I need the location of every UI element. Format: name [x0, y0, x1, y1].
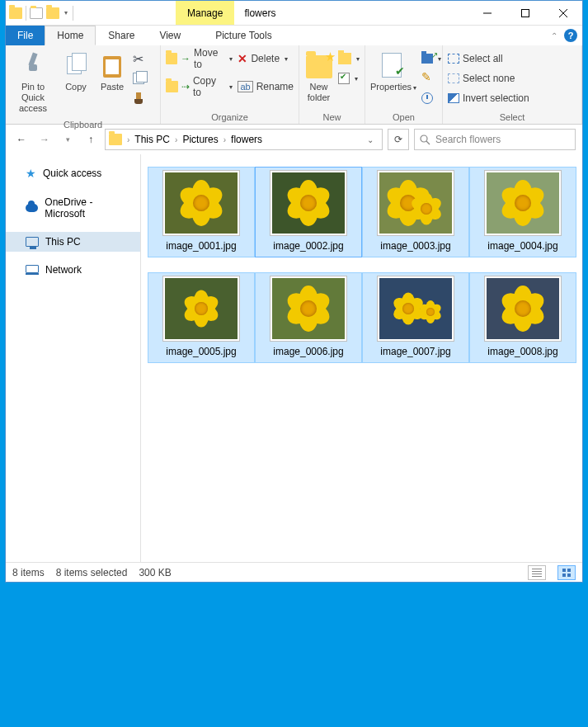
icons-view-button[interactable] [557, 565, 576, 580]
group-open: Properties▾ ↗▾ Open [365, 45, 443, 124]
copy-path-icon [133, 73, 144, 84]
chevron-right-icon[interactable]: › [127, 135, 129, 144]
file-item[interactable]: image_0001.jpg [148, 167, 255, 257]
close-button[interactable] [544, 1, 582, 25]
rename-icon: ab [238, 81, 252, 92]
invert-selection-icon [448, 93, 459, 103]
maximize-button[interactable] [506, 1, 544, 25]
sidebar-item-onedrive[interactable]: OneDrive - Microsoft [6, 192, 140, 224]
details-view-icon [532, 569, 542, 577]
forward-button[interactable]: → [35, 130, 54, 149]
new-folder-label: New folder [304, 82, 333, 103]
ribbon: Pin to Quick access Copy Paste ✂ Clipboa… [6, 45, 582, 125]
chevron-right-icon[interactable]: › [223, 135, 226, 144]
tab-share[interactable]: Share [96, 26, 147, 45]
chevron-right-icon[interactable]: › [175, 135, 177, 144]
help-icon[interactable]: ? [564, 29, 577, 42]
minimize-button[interactable] [468, 1, 506, 25]
new-folder-button[interactable]: New folder [304, 49, 333, 103]
easy-access-button[interactable]: ▾ [338, 70, 360, 87]
window-title: flowers [234, 1, 285, 25]
group-open-label: Open [365, 111, 442, 124]
breadcrumb-thispc[interactable]: This PC [134, 134, 170, 145]
file-name: image_0006.jpg [273, 346, 343, 357]
files-view[interactable]: image_0001.jpg image_0002.jpg image_0003… [141, 154, 582, 562]
search-icon [420, 135, 430, 145]
breadcrumb-flowers[interactable]: flowers [231, 134, 262, 145]
properties-button[interactable]: Properties▾ [370, 49, 416, 92]
sidebar-item-network[interactable]: Network [6, 260, 140, 280]
file-item[interactable]: image_0007.jpg [362, 272, 469, 363]
network-icon [26, 265, 39, 275]
scissors-icon: ✂ [133, 51, 143, 67]
navigation-pane: ★ Quick access OneDrive - Microsoft This… [6, 154, 141, 562]
search-box[interactable]: Search flowers [414, 129, 576, 150]
qat-props-icon[interactable] [30, 7, 43, 19]
group-clipboard: Pin to Quick access Copy Paste ✂ Clipboa… [6, 45, 161, 124]
invert-selection-button[interactable]: Invert selection [448, 90, 529, 106]
address-dropdown[interactable]: ⌄ [362, 135, 379, 144]
sidebar-item-thispc[interactable]: This PC [6, 232, 140, 252]
select-all-label: Select all [463, 53, 503, 64]
details-view-button[interactable] [528, 565, 546, 580]
explorer-window: ▾ Manage flowers File Home Share View Pi… [5, 0, 583, 583]
open-button[interactable]: ↗▾ [421, 50, 441, 67]
rename-button[interactable]: ab Rename [238, 78, 294, 95]
move-to-button[interactable]: → Move to▾ [166, 50, 233, 67]
file-name: image_0004.jpg [487, 240, 557, 252]
sidebar-item-quick-access[interactable]: ★ Quick access [6, 163, 140, 184]
contextual-tab-header: Manage [176, 1, 234, 25]
history-button[interactable] [421, 90, 441, 106]
back-button[interactable]: ← [12, 130, 31, 149]
address-folder-icon [109, 134, 122, 145]
thumbnail [378, 276, 454, 341]
select-none-icon [448, 73, 459, 83]
quick-access-toolbar: ▾ [6, 1, 77, 25]
app-icon[interactable] [9, 7, 22, 19]
status-item-count: 8 items [12, 567, 45, 578]
delete-button[interactable]: ✕ Delete▾ [238, 50, 294, 67]
tab-view[interactable]: View [147, 26, 193, 45]
qat-customize-dropdown[interactable]: ▾ [63, 9, 69, 17]
select-all-icon [448, 54, 459, 64]
tab-picture-tools[interactable]: Picture Tools [203, 26, 284, 45]
contextual-tab-manage: Manage [187, 7, 223, 19]
edit-button[interactable] [421, 70, 441, 87]
group-new-label: New [299, 111, 365, 124]
file-name: image_0003.jpg [380, 240, 450, 252]
up-button[interactable]: ↑ [82, 130, 100, 149]
file-item[interactable]: image_0005.jpg [148, 272, 255, 363]
folder-icon [166, 53, 177, 64]
paste-shortcut-button[interactable] [133, 90, 144, 106]
pc-icon [26, 237, 39, 247]
pin-to-quick-access-button[interactable]: Pin to Quick access [11, 49, 55, 115]
file-item[interactable]: image_0008.jpg [469, 272, 576, 363]
clock-icon [421, 92, 433, 104]
file-item[interactable]: image_0003.jpg [362, 167, 469, 257]
address-bar[interactable]: › This PC › Pictures › flowers ⌄ [105, 129, 383, 150]
breadcrumb-pictures[interactable]: Pictures [182, 134, 218, 145]
collapse-ribbon-icon[interactable]: ⌃ [551, 31, 557, 40]
copy-path-button[interactable] [133, 70, 144, 87]
open-icon: ↗ [421, 54, 433, 64]
copy-to-button[interactable]: ⇢ Copy to▾ [166, 78, 233, 95]
cloud-icon [26, 204, 38, 212]
file-item[interactable]: image_0004.jpg [469, 167, 576, 257]
paste-button[interactable]: Paste [96, 49, 128, 92]
copy-button[interactable]: Copy [60, 49, 92, 92]
sidebar-label-onedrive: OneDrive - Microsoft [45, 196, 132, 220]
select-all-button[interactable]: Select all [448, 50, 529, 67]
recent-locations-dropdown[interactable]: ▾ [59, 130, 77, 149]
refresh-button[interactable]: ⟳ [388, 129, 409, 150]
cut-button[interactable]: ✂ [133, 50, 144, 67]
file-item[interactable]: image_0006.jpg [255, 272, 362, 363]
new-item-button[interactable]: ▾ [338, 50, 360, 67]
tab-file[interactable]: File [6, 26, 45, 45]
file-item[interactable]: image_0002.jpg [255, 167, 362, 257]
tab-home[interactable]: Home [45, 26, 96, 45]
x-icon: ✕ [238, 52, 247, 65]
thumbnail [270, 171, 346, 235]
qat-newfolder-icon[interactable] [46, 7, 59, 19]
pin-label: Pin to Quick access [11, 82, 55, 115]
select-none-button[interactable]: Select none [448, 70, 529, 87]
